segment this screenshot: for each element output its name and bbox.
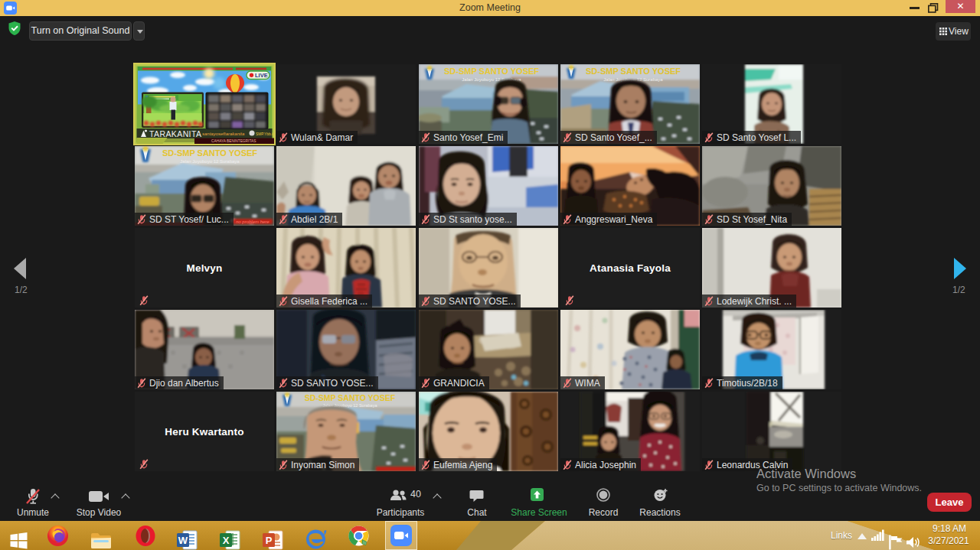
svg-text:P: P (266, 535, 273, 546)
svg-text:Jalan Joyoboyo 12 Surabaya: Jalan Joyoboyo 12 Surabaya (180, 159, 240, 164)
svg-text:SD-SMP SANTO YOSEF: SD-SMP SANTO YOSEF (586, 67, 681, 76)
svg-text:W: W (178, 535, 188, 546)
svg-text:SD-SMP SANTO YOSEF: SD-SMP SANTO YOSEF (444, 67, 539, 76)
svg-text:SD-SMP SANTO YOSEF: SD-SMP SANTO YOSEF (305, 393, 396, 402)
svg-text:X: X (223, 535, 230, 546)
svg-text:SD-SMP SANTO YOSEF: SD-SMP SANTO YOSEF (162, 148, 257, 158)
svg-text:no problem here: no problem here (236, 220, 270, 224)
